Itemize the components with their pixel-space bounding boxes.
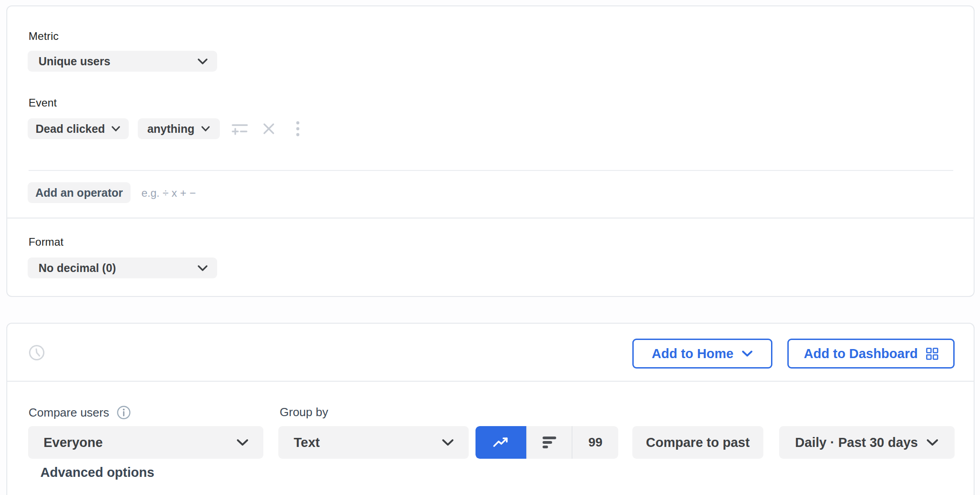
event-select-value: Dead clicked bbox=[36, 122, 105, 136]
add-to-dashboard-label: Add to Dashboard bbox=[804, 346, 917, 361]
event-qualifier-value: anything bbox=[147, 122, 194, 136]
event-qualifier-select[interactable]: anything bbox=[138, 118, 220, 139]
metric-select[interactable]: Unique users bbox=[28, 51, 217, 72]
dashboard-grid-icon bbox=[926, 348, 938, 360]
chart-type-bar-button[interactable] bbox=[526, 426, 572, 459]
query-builder-page: { "metric_section": { "metric_label": "M… bbox=[0, 0, 980, 495]
horizontal-bars-icon bbox=[542, 436, 557, 449]
add-to-home-button[interactable]: Add to Home bbox=[632, 339, 772, 369]
chevron-down-icon bbox=[197, 58, 208, 65]
query-controls-card: Add to Home Add to Dashboard Compare use… bbox=[6, 323, 975, 495]
compare-users-select[interactable]: Everyone bbox=[28, 426, 263, 459]
metric-label: Metric bbox=[29, 30, 59, 43]
compare-users-value: Everyone bbox=[28, 435, 103, 450]
chevron-down-icon bbox=[441, 438, 454, 446]
add-operator-button[interactable]: Add an operator bbox=[28, 182, 131, 203]
compare-users-label: Compare users bbox=[29, 406, 109, 420]
chevron-down-icon bbox=[926, 438, 939, 446]
format-select-value: No decimal (0) bbox=[28, 262, 116, 275]
more-options-icon[interactable] bbox=[288, 119, 308, 139]
toolbar-divider bbox=[7, 381, 974, 382]
group-by-label: Group by bbox=[280, 405, 328, 419]
compare-users-header: Compare users bbox=[29, 405, 131, 420]
trend-line-icon bbox=[493, 437, 509, 448]
format-label: Format bbox=[29, 236, 63, 248]
event-select[interactable]: Dead clicked bbox=[28, 118, 129, 139]
add-to-dashboard-button[interactable]: Add to Dashboard bbox=[787, 339, 955, 369]
metric-definition-card: Metric Unique users Event Dead clicked a… bbox=[6, 5, 975, 297]
chart-type-number-button[interactable]: 99 bbox=[572, 426, 618, 459]
add-operator-label: Add an operator bbox=[35, 186, 123, 199]
group-by-value: Text bbox=[278, 435, 320, 450]
advanced-options-link[interactable]: Advanced options bbox=[40, 465, 154, 480]
add-filter-icon[interactable] bbox=[230, 119, 250, 139]
date-range-value: Daily · Past 30 days bbox=[795, 435, 918, 450]
group-by-select[interactable]: Text bbox=[278, 426, 469, 459]
chevron-down-icon bbox=[111, 126, 121, 132]
chevron-down-icon bbox=[236, 438, 249, 446]
date-range-select[interactable]: Daily · Past 30 days bbox=[779, 426, 955, 459]
metric-select-value: Unique users bbox=[28, 55, 110, 68]
chevron-down-icon bbox=[201, 126, 210, 132]
format-section-divider bbox=[7, 218, 974, 218]
event-label: Event bbox=[29, 97, 57, 109]
remove-event-icon[interactable] bbox=[259, 119, 279, 139]
chart-type-toggle: 99 bbox=[475, 426, 618, 459]
compare-to-past-button[interactable]: Compare to past bbox=[632, 426, 763, 459]
chart-type-number-label: 99 bbox=[588, 435, 602, 450]
chevron-down-icon bbox=[197, 265, 208, 272]
add-to-home-label: Add to Home bbox=[652, 346, 733, 361]
info-icon[interactable] bbox=[116, 405, 131, 420]
format-select[interactable]: No decimal (0) bbox=[28, 257, 217, 278]
history-clock-icon[interactable] bbox=[27, 343, 47, 363]
group-by-header: Group by bbox=[280, 405, 328, 419]
chart-type-line-button[interactable] bbox=[475, 426, 526, 459]
operator-placeholder-text: e.g. ÷ x + − bbox=[141, 187, 196, 199]
compare-to-past-label: Compare to past bbox=[646, 435, 750, 450]
event-operator-divider bbox=[29, 170, 953, 171]
chevron-down-icon bbox=[742, 350, 753, 357]
